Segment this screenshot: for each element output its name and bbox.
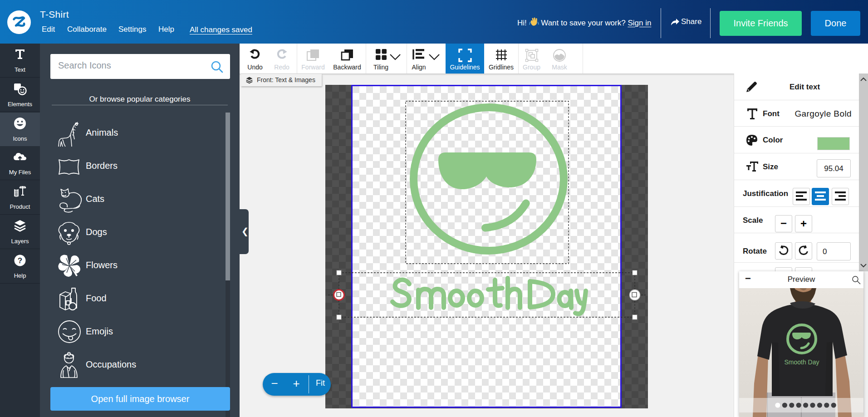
svg-text:?: ? — [18, 256, 22, 265]
svg-text:Smooth Day: Smooth Day — [784, 358, 819, 366]
